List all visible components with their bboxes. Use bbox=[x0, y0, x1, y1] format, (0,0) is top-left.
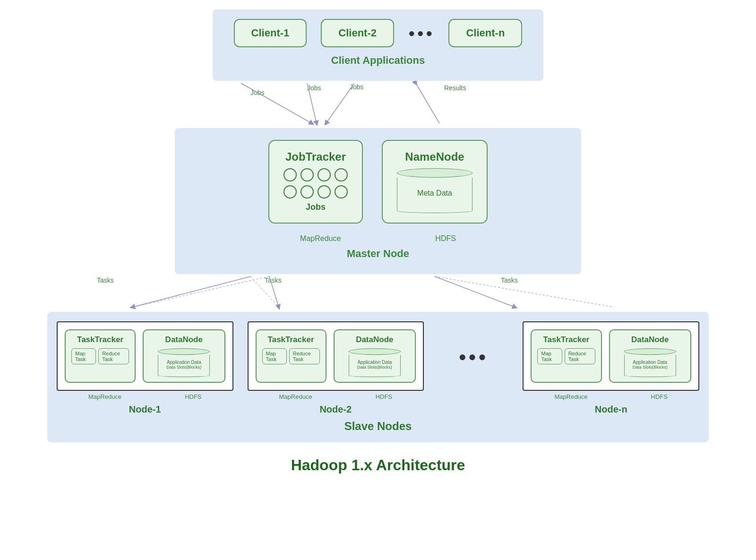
node1-cylinder: Application Data Data Slots(Blocks) bbox=[158, 348, 210, 377]
hdfs-label: HDFS bbox=[435, 234, 456, 243]
node1-tasktracker: TaskTracker Map Task Reduce Task bbox=[65, 329, 136, 383]
node1-map-task: Map Task bbox=[71, 348, 96, 364]
master-inner: JobTracker Jobs NameNode bbox=[268, 140, 488, 224]
cylinder-bottom bbox=[397, 208, 472, 213]
job-icons bbox=[284, 168, 348, 198]
slave-node-1: TaskTracker Map Task Reduce Task DataNod… bbox=[57, 321, 233, 415]
noden-mr-label: MapReduce bbox=[554, 393, 587, 400]
master-section: JobTracker Jobs NameNode bbox=[175, 128, 581, 274]
node2-reduce-task: Reduce Task bbox=[289, 348, 320, 364]
node2-hdfs-label: HDFS bbox=[376, 393, 392, 400]
node2-name: Node-2 bbox=[319, 404, 352, 415]
tasks-label-3: Tasks bbox=[501, 276, 518, 284]
noden-datanode: DataNode Application Data Data Slots(Blo… bbox=[609, 329, 691, 383]
client-1-box: Client-1 bbox=[234, 19, 307, 47]
node2-tasktracker: TaskTracker Map Task Reduce Task bbox=[256, 329, 326, 383]
nodes-ellipsis: ●●● bbox=[458, 321, 488, 392]
node1-datanode-title: DataNode bbox=[165, 335, 203, 345]
node2-appdata: Application Data bbox=[357, 360, 392, 365]
diagram-wrapper: Client-1 Client-2 ●●● Client-n Client Ap… bbox=[47, 9, 709, 474]
node2-cylinder: Application Data Data Slots(Blocks) bbox=[349, 348, 401, 377]
node1-labels: MapReduce HDFS bbox=[57, 393, 233, 400]
noden-cyl-top bbox=[624, 348, 676, 355]
jobtracker-title: JobTracker bbox=[285, 150, 346, 164]
slave-nodes-row: TaskTracker Map Task Reduce Task DataNod… bbox=[57, 321, 699, 415]
node1-tasks: Map Task Reduce Task bbox=[71, 348, 129, 364]
job-icon-3 bbox=[318, 168, 331, 181]
client-ellipsis: ●●● bbox=[408, 26, 435, 40]
namenode-box: NameNode Meta Data bbox=[382, 140, 488, 224]
page-title: Hadoop 1.x Architecture bbox=[291, 457, 465, 474]
client-2-box: Client-2 bbox=[321, 19, 394, 47]
master-to-node1 bbox=[132, 276, 250, 307]
node1-hdfs-label: HDFS bbox=[185, 393, 201, 400]
slave-section: TaskTracker Map Task Reduce Task DataNod… bbox=[47, 312, 709, 442]
master-node-label: Master Node bbox=[347, 248, 409, 260]
job-icon-5 bbox=[284, 185, 297, 198]
slave-arrows-svg: Tasks Tasks Tasks bbox=[47, 274, 709, 312]
node1-name: Node-1 bbox=[129, 404, 161, 415]
results-label: Results bbox=[444, 84, 466, 92]
node2-datanode: DataNode Application Data Data Slots(Blo… bbox=[334, 329, 416, 383]
node1-slots: Data Slots(Blocks) bbox=[166, 365, 201, 370]
node2-cyl-bottom bbox=[349, 374, 401, 377]
noden-cyl-body: Application Data Data Slots(Blocks) bbox=[624, 355, 676, 374]
cross-arrow-3 bbox=[435, 276, 614, 307]
client-n-box: Client-n bbox=[448, 19, 522, 47]
slave-node-n: TaskTracker Map Task Reduce Task DataNod… bbox=[523, 321, 699, 415]
noden-box: TaskTracker Map Task Reduce Task DataNod… bbox=[523, 321, 699, 391]
noden-slots: Data Slots(Blocks) bbox=[633, 365, 668, 370]
noden-cyl-bottom bbox=[624, 374, 676, 377]
noden-appdata: Application Data bbox=[633, 360, 667, 365]
metadata-label: Meta Data bbox=[417, 189, 452, 198]
slave-node-2: TaskTracker Map Task Reduce Task DataNod… bbox=[248, 321, 424, 415]
noden-hdfs-label: HDFS bbox=[651, 393, 668, 400]
client-section-label: Client Applications bbox=[331, 54, 425, 67]
node2-datanode-title: DataNode bbox=[356, 335, 393, 345]
mapreduce-label: MapReduce bbox=[300, 234, 341, 243]
node2-cyl-body: Application Data Data Slots(Blocks) bbox=[349, 355, 401, 374]
gap-top: Jobs Jobs Jobs Results bbox=[47, 81, 709, 128]
namenode-cylinder: Meta Data bbox=[397, 168, 472, 213]
node2-map-task: Map Task bbox=[262, 348, 287, 364]
jobtracker-box: JobTracker Jobs bbox=[268, 140, 363, 224]
node1-reduce-task: Reduce Task bbox=[98, 348, 129, 364]
noden-labels: MapReduce HDFS bbox=[523, 393, 699, 400]
jobs-label: Jobs bbox=[306, 202, 326, 212]
client-boxes: Client-1 Client-2 ●●● Client-n bbox=[234, 19, 523, 47]
noden-reduce-task: Reduce Task bbox=[565, 348, 595, 364]
node1-datanode: DataNode Application Data Data Slots(Blo… bbox=[143, 329, 225, 383]
node1-mr-label: MapReduce bbox=[88, 393, 121, 400]
job-icon-7 bbox=[318, 185, 331, 198]
noden-cylinder: Application Data Data Slots(Blocks) bbox=[624, 348, 676, 377]
noden-tasktracker: TaskTracker Map Task Reduce Task bbox=[531, 329, 601, 383]
job-icon-8 bbox=[335, 185, 348, 198]
job-icon-2 bbox=[301, 168, 314, 181]
cross-arrow-1 bbox=[132, 276, 269, 307]
node2-box: TaskTracker Map Task Reduce Task DataNod… bbox=[248, 321, 424, 391]
noden-tasks: Map Task Reduce Task bbox=[537, 348, 595, 364]
slave-gap: Tasks Tasks Tasks bbox=[47, 274, 709, 312]
cylinder-body: Meta Data bbox=[397, 178, 472, 208]
noden-datanode-title: DataNode bbox=[631, 335, 669, 345]
node1-cyl-body: Application Data Data Slots(Blocks) bbox=[158, 355, 210, 374]
master-label-row: MapReduce HDFS bbox=[300, 231, 456, 243]
node2-slots: Data Slots(Blocks) bbox=[357, 365, 392, 370]
namenode-title: NameNode bbox=[405, 150, 464, 164]
node1-cyl-top bbox=[158, 348, 210, 355]
node2-tasktracker-title: TaskTracker bbox=[268, 335, 314, 345]
job-icon-1 bbox=[284, 168, 297, 181]
top-arrows-svg: Jobs Jobs Jobs Results bbox=[47, 81, 709, 128]
node2-labels: MapReduce HDFS bbox=[248, 393, 424, 400]
jobs-arrow-3 bbox=[326, 83, 354, 123]
node1-cyl-bottom bbox=[158, 374, 210, 377]
node1-tasktracker-title: TaskTracker bbox=[77, 335, 123, 345]
slave-section-label: Slave Nodes bbox=[57, 420, 699, 433]
noden-tasktracker-title: TaskTracker bbox=[543, 335, 590, 345]
job-icon-6 bbox=[301, 185, 314, 198]
jobs-arrow-1 bbox=[241, 83, 312, 123]
noden-name: Node-n bbox=[595, 404, 627, 415]
cylinder-top bbox=[397, 168, 472, 178]
node2-tasks: Map Task Reduce Task bbox=[262, 348, 320, 364]
results-arrow bbox=[416, 83, 439, 123]
